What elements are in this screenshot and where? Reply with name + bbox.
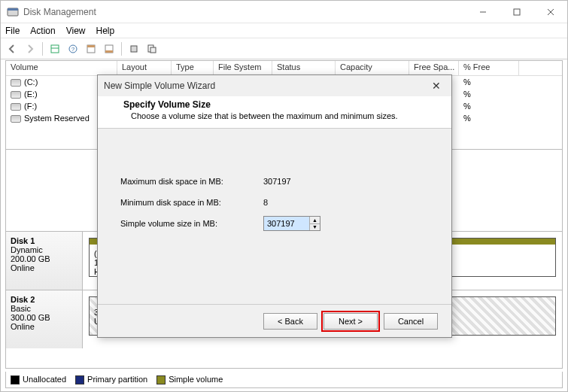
svg-rect-14 bbox=[131, 46, 137, 52]
back-icon[interactable] bbox=[4, 41, 20, 57]
volume-size-label: Simple volume size in MB: bbox=[120, 219, 263, 228]
maximize-button[interactable] bbox=[500, 1, 533, 23]
disk-name: Disk 2 bbox=[11, 295, 77, 304]
dialog-heading: Specify Volume Size bbox=[123, 99, 436, 110]
window-buttons bbox=[466, 1, 567, 23]
dialog-subheading: Choose a volume size that is between the… bbox=[131, 111, 436, 120]
toolbar-icon-1[interactable] bbox=[47, 41, 63, 57]
disk-info[interactable]: Disk 2 Basic 300.00 GB Online bbox=[6, 290, 83, 348]
app-icon bbox=[7, 6, 19, 18]
help-icon[interactable]: ? bbox=[65, 41, 81, 57]
titlebar: Disk Management bbox=[1, 1, 567, 23]
menubar: File Action View Help bbox=[1, 23, 567, 38]
col-volume[interactable]: Volume bbox=[6, 61, 117, 75]
col-freespace[interactable]: Free Spa... bbox=[409, 61, 459, 75]
forward-icon[interactable] bbox=[22, 41, 38, 57]
legend-primary: Primary partition bbox=[75, 375, 147, 384]
volume-icon bbox=[11, 79, 21, 87]
dialog-title: New Simple Volume Wizard bbox=[104, 81, 427, 91]
close-button[interactable] bbox=[533, 1, 567, 23]
legend-simple: Simple volume bbox=[156, 375, 223, 384]
volume-icon bbox=[11, 103, 21, 111]
disk-info[interactable]: Disk 1 Dynamic 200.00 GB Online bbox=[6, 232, 83, 290]
disk-name: Disk 1 bbox=[11, 236, 77, 245]
disk-status: Online bbox=[11, 263, 77, 272]
menu-action[interactable]: Action bbox=[30, 26, 55, 36]
disk-size: 200.00 GB bbox=[11, 254, 77, 263]
svg-rect-13 bbox=[105, 50, 113, 53]
svg-rect-11 bbox=[87, 45, 95, 47]
svg-rect-3 bbox=[514, 9, 520, 15]
max-space-label: Maximum disk space in MB: bbox=[120, 177, 263, 186]
col-filesystem[interactable]: File System bbox=[214, 61, 272, 75]
dialog-titlebar: New Simple Volume Wizard ✕ bbox=[98, 75, 451, 96]
toolbar: ? bbox=[1, 38, 567, 59]
col-type[interactable]: Type bbox=[172, 61, 214, 75]
minimize-button[interactable] bbox=[466, 1, 500, 23]
svg-rect-6 bbox=[51, 45, 59, 53]
col-pctfree[interactable]: % Free bbox=[459, 61, 519, 75]
disk-kind: Basic bbox=[11, 304, 77, 313]
spinner-down-icon[interactable]: ▼ bbox=[310, 224, 320, 231]
menu-file[interactable]: File bbox=[5, 26, 20, 36]
legend: Unallocated Primary partition Simple vol… bbox=[5, 372, 563, 388]
dialog-footer: < Back Next > Cancel bbox=[98, 304, 451, 337]
volume-icon bbox=[11, 91, 21, 99]
dialog-close-icon[interactable]: ✕ bbox=[427, 80, 445, 92]
table-header: Volume Layout Type File System Status Ca… bbox=[6, 61, 562, 76]
svg-text:?: ? bbox=[71, 46, 75, 53]
min-space-value: 8 bbox=[263, 198, 268, 207]
window-title: Disk Management bbox=[23, 7, 466, 17]
next-button[interactable]: Next > bbox=[323, 313, 378, 330]
col-layout[interactable]: Layout bbox=[117, 61, 172, 75]
toolbar-icon-5[interactable] bbox=[126, 41, 142, 57]
dialog-body: Maximum disk space in MB: 307197 Minimum… bbox=[98, 129, 451, 304]
dialog-header: Specify Volume Size Choose a volume size… bbox=[98, 96, 451, 129]
volume-icon bbox=[11, 115, 21, 123]
col-capacity[interactable]: Capacity bbox=[336, 61, 409, 75]
max-space-value: 307197 bbox=[263, 177, 291, 186]
wizard-dialog: New Simple Volume Wizard ✕ Specify Volum… bbox=[97, 74, 452, 338]
disk-kind: Dynamic bbox=[11, 245, 77, 254]
properties-icon[interactable] bbox=[144, 41, 160, 57]
menu-view[interactable]: View bbox=[66, 26, 86, 36]
col-status[interactable]: Status bbox=[272, 61, 336, 75]
volume-size-spinner: ▲ ▼ bbox=[263, 216, 320, 231]
toolbar-icon-4[interactable] bbox=[101, 41, 117, 57]
menu-help[interactable]: Help bbox=[96, 26, 115, 36]
legend-unallocated: Unallocated bbox=[11, 375, 66, 384]
toolbar-icon-3[interactable] bbox=[83, 41, 99, 57]
spinner-up-icon[interactable]: ▲ bbox=[310, 217, 320, 224]
min-space-label: Minimum disk space in MB: bbox=[120, 198, 263, 207]
cancel-button[interactable]: Cancel bbox=[384, 313, 438, 330]
disk-size: 300.00 GB bbox=[11, 313, 77, 322]
volume-size-input[interactable] bbox=[264, 217, 309, 230]
disk-status: Online bbox=[11, 322, 77, 331]
svg-rect-16 bbox=[150, 47, 156, 53]
back-button[interactable]: < Back bbox=[263, 313, 317, 330]
svg-rect-1 bbox=[8, 8, 18, 11]
